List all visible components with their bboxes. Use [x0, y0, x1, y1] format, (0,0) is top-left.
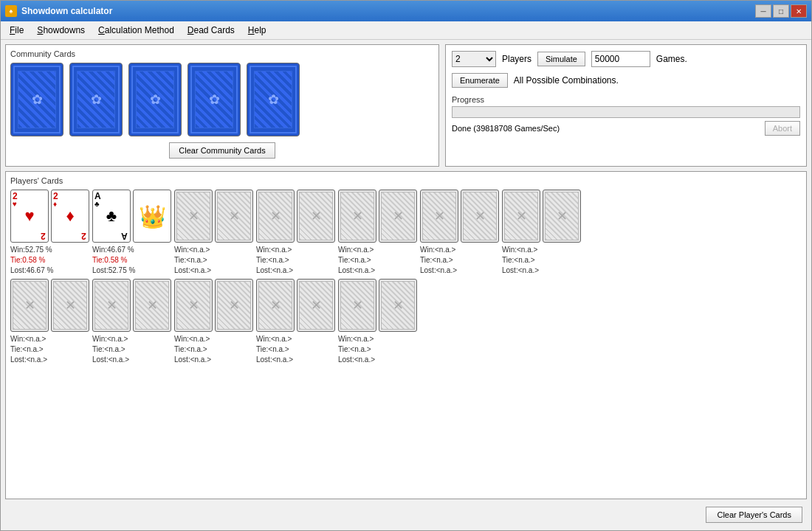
player-r2-3-cards [174, 279, 253, 332]
maximize-button[interactable]: □ [773, 4, 789, 18]
minimize-button[interactable]: ─ [755, 4, 771, 18]
player-r2-5-card-1[interactable] [338, 279, 376, 332]
player-6-cards [420, 190, 499, 243]
top-section: Community Cards ✿ ✿ [5, 44, 807, 167]
player-6-card-1[interactable] [420, 190, 458, 243]
main-window: ♠ Showdown calculator ─ □ ✕ File Showdow… [0, 0, 812, 531]
players-select[interactable]: 2 3 4 5 6 7 8 9 10 [452, 51, 496, 67]
player-4-card-1[interactable] [256, 190, 295, 243]
progress-section: Progress Done (39818708 Games/Sec) Abort [452, 95, 800, 136]
community-cards-panel: Community Cards ✿ ✿ [5, 44, 439, 167]
community-cards-row: ✿ ✿ ✿ [10, 63, 434, 136]
community-card-5[interactable]: ✿ [247, 63, 300, 136]
window-title: Showdown calculator [21, 6, 112, 16]
player-7-card-2[interactable] [543, 190, 581, 243]
player-3-stats: Win:<n.a.> Tie:<n.a.> Lost:<n.a.> [174, 245, 211, 276]
community-card-2[interactable]: ✿ [69, 63, 123, 136]
player-r2-3-card-1[interactable] [174, 279, 213, 332]
menu-showdowns[interactable]: Showdowns [31, 23, 91, 38]
player-1-cards: 2 ♥ ♥ 2 2 ♦ ♦ 2 [10, 190, 89, 243]
player-7-cards [502, 190, 581, 243]
player-2-card-1[interactable]: A ♣ ♣ A [92, 190, 131, 243]
player-2-card-2[interactable]: 👑 [133, 190, 171, 243]
player-5-card-2[interactable] [379, 190, 417, 243]
player-r2-2-card-1[interactable] [92, 279, 131, 332]
player-slot-4: Win:<n.a.> Tie:<n.a.> Lost:<n.a.> [256, 190, 335, 276]
players-cards-grid: 2 ♥ ♥ 2 2 ♦ ♦ 2 Win:52.75 % [10, 190, 802, 276]
done-text: Done (39818708 Games/Sec) [452, 124, 560, 133]
enumerate-button[interactable]: Enumerate [452, 73, 508, 88]
player-slot-5: Win:<n.a.> Tie:<n.a.> Lost:<n.a.> [338, 190, 417, 276]
clear-community-cards-button[interactable]: Clear Community Cards [169, 142, 275, 159]
menu-file[interactable]: File [4, 23, 30, 38]
player-slot-r2-5: Win:<n.a.> Tie:<n.a.> Lost:<n.a.> [338, 279, 417, 365]
player-6-stats: Win:<n.a.> Tie:<n.a.> Lost:<n.a.> [420, 245, 457, 276]
player-5-card-1[interactable] [338, 190, 376, 243]
close-button[interactable]: ✕ [791, 4, 807, 18]
player-slot-1: 2 ♥ ♥ 2 2 ♦ ♦ 2 Win:52.75 % [10, 190, 89, 276]
player-slot-r2-1: Win:<n.a.> Tie:<n.a.> Lost:<n.a.> [10, 279, 89, 365]
player-r2-4-stats: Win:<n.a.> Tie:<n.a.> Lost:<n.a.> [256, 334, 293, 365]
menu-calculation[interactable]: Calculation Method [92, 23, 180, 38]
bottom-actions: Clear Player's Cards [5, 504, 807, 526]
player-slot-7: Win:<n.a.> Tie:<n.a.> Lost:<n.a.> [502, 190, 581, 276]
title-bar: ♠ Showdown calculator ─ □ ✕ [1, 1, 811, 21]
player-2-cards: A ♣ ♣ A 👑 [92, 190, 171, 243]
player-3-cards [174, 190, 253, 243]
players-cards-grid-row2: Win:<n.a.> Tie:<n.a.> Lost:<n.a.> Win:<n… [10, 279, 802, 365]
player-slot-r2-4: Win:<n.a.> Tie:<n.a.> Lost:<n.a.> [256, 279, 335, 365]
abort-button[interactable]: Abort [765, 121, 800, 136]
app-icon: ♠ [5, 5, 17, 17]
player-5-stats: Win:<n.a.> Tie:<n.a.> Lost:<n.a.> [338, 245, 375, 276]
player-r2-1-card-2[interactable] [51, 279, 89, 332]
menubar: File Showdowns Calculation Method Dead C… [1, 21, 811, 40]
player-r2-4-card-1[interactable] [256, 279, 295, 332]
player-r2-3-card-2[interactable] [215, 279, 253, 332]
player-r2-5-cards [338, 279, 417, 332]
player-slot-r2-2: Win:<n.a.> Tie:<n.a.> Lost:<n.a.> [92, 279, 171, 365]
all-possible-label: All Possible Combinations. [514, 75, 619, 86]
progress-bar-container [452, 106, 800, 118]
games-label: Games. [656, 54, 687, 64]
player-4-card-2[interactable] [297, 190, 335, 243]
players-label: Players [502, 54, 531, 64]
player-r2-1-stats: Win:<n.a.> Tie:<n.a.> Lost:<n.a.> [10, 334, 47, 365]
player-r2-1-cards [10, 279, 89, 332]
player-3-card-2[interactable] [215, 190, 253, 243]
player-r2-1-card-1[interactable] [10, 279, 49, 332]
player-r2-4-card-2[interactable] [297, 279, 335, 332]
progress-bottom: Done (39818708 Games/Sec) Abort [452, 121, 800, 136]
player-6-card-2[interactable] [461, 190, 499, 243]
community-card-1[interactable]: ✿ [10, 63, 63, 136]
players-cards-section: Players' Cards 2 ♥ ♥ 2 2 ♦ [5, 171, 807, 499]
player-7-stats: Win:<n.a.> Tie:<n.a.> Lost:<n.a.> [502, 245, 539, 276]
player-1-card-2[interactable]: 2 ♦ ♦ 2 [51, 190, 89, 243]
player-7-card-1[interactable] [502, 190, 540, 243]
menu-dead-cards[interactable]: Dead Cards [182, 23, 241, 38]
player-r2-5-card-2[interactable] [379, 279, 417, 332]
community-card-4[interactable]: ✿ [187, 63, 241, 136]
community-cards-label: Community Cards [10, 49, 434, 58]
community-card-3[interactable]: ✿ [128, 63, 182, 136]
progress-label: Progress [452, 95, 800, 104]
player-4-cards [256, 190, 335, 243]
players-row: 2 3 4 5 6 7 8 9 10 Players Simulate Game… [452, 51, 800, 67]
player-r2-2-card-2[interactable] [133, 279, 171, 332]
player-1-card-1[interactable]: 2 ♥ ♥ 2 [10, 190, 49, 243]
players-cards-label: Players' Cards [10, 176, 802, 185]
player-1-stats: Win:52.75 % Tie:0.58 % Lost:46.67 % [10, 245, 53, 276]
player-2-stats: Win:46.67 % Tie:0.58 % Lost:52.75 % [92, 245, 135, 276]
player-r2-5-stats: Win:<n.a.> Tie:<n.a.> Lost:<n.a.> [338, 334, 375, 365]
menu-help[interactable]: Help [242, 23, 272, 38]
player-r2-2-cards [92, 279, 171, 332]
player-slot-3: Win:<n.a.> Tie:<n.a.> Lost:<n.a.> [174, 190, 253, 276]
games-input[interactable] [591, 51, 650, 67]
player-slot-2: A ♣ ♣ A 👑 Win:46.67 % Tie:0.58 % Lost:52… [92, 190, 171, 276]
simulate-button[interactable]: Simulate [537, 52, 585, 66]
enumerate-row: Enumerate All Possible Combinations. [452, 73, 800, 88]
player-3-card-1[interactable] [174, 190, 213, 243]
player-r2-3-stats: Win:<n.a.> Tie:<n.a.> Lost:<n.a.> [174, 334, 211, 365]
main-content: Community Cards ✿ ✿ [1, 40, 811, 530]
clear-players-button[interactable]: Clear Player's Cards [706, 507, 802, 523]
window-controls: ─ □ ✕ [755, 4, 807, 18]
